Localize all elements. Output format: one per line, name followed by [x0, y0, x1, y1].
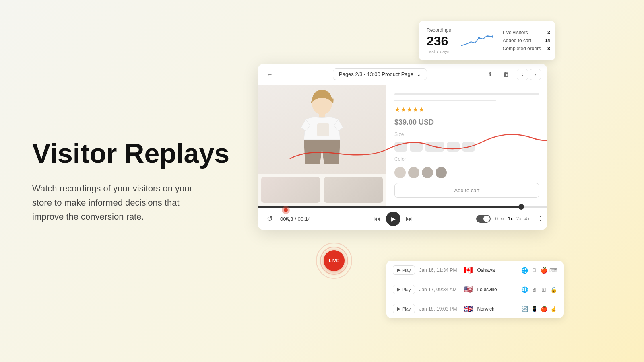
- chevron-down-icon: ⌄: [417, 71, 421, 77]
- speed-1x[interactable]: 1x: [507, 215, 514, 222]
- recording-row-2: ▶ Play Jan 17, 09:34 AM 🇺🇸 Louisville 🌐 …: [386, 280, 564, 299]
- thumbnail-1[interactable]: [261, 177, 320, 203]
- product-price: $39.00 USD: [394, 118, 539, 127]
- current-time: 00:13: [280, 216, 293, 222]
- size-chip-3[interactable]: [425, 142, 444, 152]
- mobile-icon-3: 📱: [530, 305, 538, 313]
- play-label-1: Play: [402, 268, 411, 273]
- completed-orders-value: 8: [547, 46, 550, 51]
- recordings-list: ▶ Play Jan 16, 11:34 PM 🇨🇦 Oshawa 🌐 🖥 🍎 …: [386, 261, 564, 318]
- main-title: Visitor Replays: [32, 138, 233, 169]
- live-button[interactable]: LIVE: [324, 250, 345, 271]
- size-chip-4[interactable]: [447, 142, 460, 152]
- size-chip-1[interactable]: [394, 142, 407, 152]
- speed-0-5x[interactable]: 0.5x: [495, 215, 506, 222]
- next-page-button[interactable]: ›: [530, 69, 541, 80]
- live-label: LIVE: [329, 258, 339, 263]
- product-subtitle-placeholder: [394, 100, 496, 101]
- svg-rect-3: [319, 112, 325, 118]
- page-selector-label: Pages 2/3 - 13:00 Product Page: [339, 71, 413, 77]
- timeline-bar[interactable]: [258, 206, 547, 208]
- player-card: ← Pages 2/3 - 13:00 Product Page ⌄ ℹ 🗑 ‹…: [258, 64, 547, 230]
- recording-icons-1: 🌐 🖥 🍎 ⌨: [521, 267, 557, 274]
- player-nav: ‹ ›: [517, 69, 541, 80]
- color-chip-2[interactable]: [408, 167, 419, 178]
- recording-time-2: Jan 17, 09:34 AM: [419, 287, 459, 292]
- size-chip-5[interactable]: [462, 142, 475, 152]
- control-right: 0.5x 1x 2x 4x ⛶: [476, 215, 541, 223]
- metric-added-to-cart: Added to cart 14: [503, 38, 550, 43]
- play-icon-1: ▶: [397, 267, 400, 273]
- player-header: ← Pages 2/3 - 13:00 Product Page ⌄ ℹ 🗑 ‹…: [258, 64, 547, 85]
- color-chip-3[interactable]: [422, 167, 433, 178]
- delete-button[interactable]: 🗑: [501, 69, 512, 80]
- svg-point-0: [478, 37, 480, 39]
- back-button[interactable]: ←: [264, 69, 275, 80]
- add-to-cart-button[interactable]: Add to cart: [394, 183, 539, 198]
- live-button-wrapper: LIVE: [314, 241, 354, 281]
- play-button-2[interactable]: ▶ Play: [393, 285, 415, 294]
- time-display: 00:13 / 00:14: [280, 216, 311, 222]
- thumbnail-2[interactable]: [324, 177, 383, 203]
- completed-orders-label: Completed orders: [503, 46, 541, 51]
- play-icon-3: ▶: [397, 306, 400, 311]
- timeline-thumb[interactable]: [518, 204, 524, 210]
- size-options: [394, 142, 539, 152]
- added-to-cart-value: 14: [545, 38, 550, 43]
- live-visitors-label: Live visitors: [503, 30, 528, 35]
- color-chip-4[interactable]: [436, 167, 447, 178]
- page-selector[interactable]: Pages 2/3 - 13:00 Product Page ⌄: [333, 68, 427, 80]
- live-visitors-value: 3: [547, 30, 550, 35]
- play-button-1[interactable]: ▶ Play: [393, 265, 415, 275]
- color-label: Color: [394, 156, 539, 162]
- fullscreen-button[interactable]: ⛶: [535, 215, 541, 222]
- recording-time-1: Jan 16, 11:34 PM: [419, 267, 459, 273]
- prev-page-button[interactable]: ‹: [517, 69, 528, 80]
- metric-completed-orders: Completed orders 8: [503, 46, 550, 51]
- size-chip-2[interactable]: [410, 142, 423, 152]
- recording-icons-2: 🌐 🖥 ⊞ 🔒: [521, 286, 557, 293]
- play-button[interactable]: ▶: [386, 212, 400, 226]
- player-actions: ℹ 🗑 ‹ ›: [485, 69, 541, 80]
- total-time: 00:14: [297, 216, 311, 222]
- info-button[interactable]: ℹ: [485, 69, 496, 80]
- color-options: [394, 167, 539, 178]
- toggle-switch[interactable]: [476, 215, 491, 223]
- product-stars: ★★★★★: [394, 106, 539, 113]
- speed-4x[interactable]: 4x: [524, 215, 530, 222]
- product-thumbnails: [258, 174, 386, 206]
- control-left: ↺ 00:13 / 00:14: [264, 213, 311, 224]
- speed-2x[interactable]: 2x: [516, 215, 522, 222]
- play-label-2: Play: [402, 287, 411, 292]
- svg-point-1: [492, 35, 493, 38]
- timeline-progress: [258, 206, 524, 208]
- apple-icon-1: 🍎: [540, 267, 547, 274]
- skip-back-button[interactable]: ⏮: [372, 213, 383, 224]
- windows-icon-2: ⊞: [540, 286, 547, 293]
- refresh-icon-3: 🔄: [521, 305, 528, 313]
- stats-chart: [461, 32, 493, 49]
- left-section: Visitor Replays Watch recordings of your…: [32, 138, 233, 224]
- desktop-icon-2: 🖥: [530, 286, 538, 293]
- control-center: ⏮ ▶ ⏭: [372, 212, 415, 226]
- desktop-icon-1: 🖥: [530, 267, 538, 274]
- player-timeline[interactable]: [258, 206, 547, 208]
- recordings-label: Recordings: [427, 27, 451, 33]
- globe-icon-2: 🌐: [521, 286, 528, 293]
- stats-left: Recordings 236 Last 7 days: [427, 27, 451, 54]
- metric-live-visitors: Live visitors 3: [503, 30, 550, 35]
- replay-button[interactable]: ↺: [264, 213, 275, 224]
- player-content: ★★★★★ $39.00 USD Size Color Add to cart: [258, 85, 547, 206]
- recording-row-1: ▶ Play Jan 16, 11:34 PM 🇨🇦 Oshawa 🌐 🖥 🍎 …: [386, 261, 564, 280]
- recordings-period: Last 7 days: [427, 49, 451, 54]
- product-details: ★★★★★ $39.00 USD Size Color Add to cart: [386, 85, 547, 206]
- description: Watch recordings of your visitors on you…: [32, 181, 201, 224]
- play-button-3[interactable]: ▶ Play: [393, 304, 415, 313]
- city-2: Louisville: [477, 287, 505, 292]
- flag-canada: 🇨🇦: [463, 267, 473, 274]
- color-chip-1[interactable]: [394, 167, 406, 178]
- svg-rect-4: [317, 123, 329, 136]
- city-1: Oshawa: [477, 267, 505, 273]
- stats-card: Recordings 236 Last 7 days Live visitors…: [419, 21, 555, 60]
- skip-forward-button[interactable]: ⏭: [404, 213, 415, 224]
